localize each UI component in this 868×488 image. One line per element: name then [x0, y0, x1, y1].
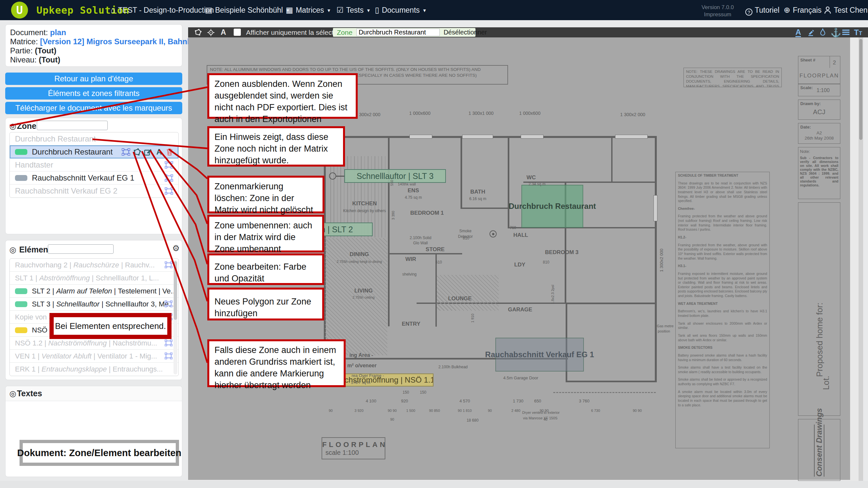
app-window: U Upkeep Solution ⌂TEST - Design-to-Prod…: [0, 0, 868, 488]
sidebar: Document: plan Matrice: [Version 12] Mig…: [0, 20, 188, 488]
text-size-icon[interactable]: TT: [854, 28, 862, 37]
show-selection-label: Afficher uniquement la sélection: [246, 29, 343, 36]
sheet-scale-box: Scale: 1:100: [798, 84, 840, 96]
elements-search-input[interactable]: [48, 244, 114, 254]
elements-panel: ◎ Eléments ⚙ Rauchvorhang 2 | Rauchschür…: [5, 240, 182, 380]
element-color-swatch: [15, 301, 27, 307]
timber-schedule: SCHEDULE OF TIMBER TREATMENTThese drawin…: [675, 172, 770, 448]
sheet-number-box: Sheet # 2 FLOORPLAN: [798, 56, 840, 84]
element-row[interactable]: SLT 1 | Abströmöffnung | Schnelllauftor …: [10, 272, 178, 285]
chevron-down-icon: ▼: [327, 8, 331, 13]
nav-examples[interactable]: ▤Beispiele Schönbühl▼: [205, 0, 290, 20]
element-marker-icon[interactable]: [165, 261, 173, 270]
schedule-paragraph: These drawings are to be read in conjunc…: [678, 181, 767, 203]
element-marker-icon[interactable]: [165, 300, 173, 309]
element-color-swatch: [15, 288, 27, 294]
element-row[interactable]: VEN 1 | Ventilator Abluft | Ventilator 1…: [10, 350, 178, 363]
element-marker-icon[interactable]: [165, 339, 173, 348]
chevron-down-icon: ▼: [366, 8, 371, 13]
droplet-icon[interactable]: [819, 28, 827, 38]
nav-language[interactable]: ⊕Français: [784, 0, 822, 20]
schedule-paragraph: Framing exposed to intermittent moisture…: [678, 272, 767, 298]
zone-marker-icon[interactable]: [165, 174, 173, 183]
zone-polygon-durchbruch[interactable]: Durchbruch Restaurant: [521, 185, 583, 228]
zone-polygon-label: Durchbruch Restaurant: [509, 202, 596, 211]
sheet-date-box: Date: A2 26th May 2008: [798, 123, 840, 144]
element-row[interactable]: SLT 2 | Alarm auf Telefon | Testelement …: [10, 285, 178, 298]
zone-rename-icon[interactable]: A: [155, 148, 163, 157]
globe-icon: ⊕: [784, 5, 790, 14]
schedule-paragraph: Bathroom's, wc's, laundries and kitchen'…: [678, 309, 767, 318]
zone-row[interactable]: Rauchabschnitt Verkauf EG 2: [10, 185, 178, 197]
elements-scrollbar-thumb[interactable]: [174, 261, 177, 320]
element-row[interactable]: SLT 3 | Schnelllauftor | Schnelllauftor …: [10, 298, 178, 311]
bottom-strip: [0, 481, 868, 488]
document-link[interactable]: plan: [50, 28, 66, 37]
sheet-client-box: Proposed home for: Lot.: [798, 202, 840, 416]
deselect-button[interactable]: Désélectionner: [443, 29, 487, 36]
zone-polygon-icon[interactable]: [133, 148, 141, 157]
zone-marker-icon[interactable]: [165, 161, 173, 169]
font-color-icon[interactable]: A: [796, 28, 801, 37]
nav-tutorial[interactable]: ?Tutoriel: [745, 0, 779, 20]
annotation-box-transfer-marking: Falls diese Zone auch in einem anderen G…: [207, 339, 346, 387]
element-badge-nso[interactable]: Nachströmöffnung | NSÖ 1.1: [336, 373, 434, 387]
element-row[interactable]: Rauchvorhang 2 | Rauchschürze | Rauchv..…: [10, 259, 178, 272]
schedule-paragraph: Framing protected from the weather, abov…: [678, 243, 767, 261]
zone-marker-icon[interactable]: [122, 148, 130, 157]
zone-row[interactable]: Rauchabschnitt Verkauf EG 1: [10, 171, 178, 185]
zone-marker-icon[interactable]: [165, 187, 173, 196]
text-tool-icon[interactable]: A: [221, 28, 226, 37]
zones-search-input[interactable]: [37, 121, 108, 130]
back-to-floorplan-button[interactable]: Retour au plan d'étage: [5, 72, 182, 85]
zone-row-selected[interactable]: Durchbruch Restaurant A: [10, 145, 178, 158]
crosshair-icon[interactable]: [207, 29, 215, 38]
sheet-drawnby-box: Drawn by: ACJ: [798, 100, 840, 120]
plan-scrollbar: [859, 37, 863, 481]
nav-matrices[interactable]: ▦Matrices▼: [286, 0, 331, 20]
download-document-button[interactable]: Télécharger le document avec les marqueu…: [5, 102, 182, 114]
chevron-down-icon: ▼: [423, 8, 427, 13]
navbar: U Upkeep Solution ⌂TEST - Design-to-Prod…: [0, 0, 868, 20]
annotation-box-edit-zone: Zone bearbeiten: Farbe und Opazität: [207, 254, 324, 285]
eye-icon[interactable]: ◎: [9, 245, 16, 254]
schedule-paragraph: SMOKE DETECTORS: [678, 346, 767, 350]
nav-home[interactable]: ⌂TEST - Design-to-Production: [111, 0, 214, 20]
sheet-note-box: Note: Sub - Contractors to verify all di…: [798, 147, 840, 199]
gear-icon[interactable]: ⚙: [172, 243, 180, 254]
schedule-paragraph: WET AREA TREATMENT: [678, 301, 767, 306]
zone-name-input[interactable]: [356, 29, 440, 36]
plan-scrollbar-thumb[interactable]: [859, 39, 863, 140]
nav-user[interactable]: Test Chen: [824, 0, 868, 20]
layers-lines-icon[interactable]: [842, 28, 850, 38]
element-row[interactable]: ERK 1 | Entrauchungsklappe | Entrauchung…: [10, 363, 178, 376]
highlighter-icon[interactable]: [807, 28, 815, 38]
anchor-icon[interactable]: ⚓: [831, 28, 841, 38]
show-selection-checkbox[interactable]: [234, 29, 241, 36]
floorplan-title-box: FLOORPLAN scale 1:100: [321, 437, 385, 459]
filter-elements-zones-button[interactable]: Éléments et zones filtrants: [5, 87, 182, 100]
user-icon: [824, 6, 831, 14]
zone-selection-chip: Zone Désélectionner: [333, 28, 475, 37]
annotation-box-add-polygon: Neues Polygon zur Zone hinzufügen: [207, 288, 324, 321]
element-marker-icon[interactable]: [165, 352, 173, 361]
zone-edit-icon[interactable]: [144, 148, 152, 157]
app-logo[interactable]: U: [11, 2, 28, 19]
elements-annotation-note: Bei Elementen entsprechend.: [50, 313, 172, 339]
checkbox-icon: ☑: [337, 5, 344, 14]
zone-row[interactable]: Durchbruch Restaurant: [10, 132, 178, 145]
zone-delete-icon[interactable]: [166, 148, 175, 157]
nav-tests[interactable]: ☑Tests▼: [337, 0, 371, 20]
plan-toolbar: A Afficher uniquement la sélection 123 Z…: [188, 27, 868, 37]
schedule-paragraph: A smoke alarm must be located within 3.0…: [678, 390, 767, 408]
eye-icon[interactable]: ◎: [9, 122, 16, 130]
element-badge-slt3[interactable]: Schnelllauftor | SLT 3: [344, 169, 446, 183]
select-polygon-icon[interactable]: [194, 29, 202, 37]
schedule-paragraph: Chemfree-: [678, 206, 767, 211]
nav-documents[interactable]: ▯Documents▼: [375, 0, 427, 20]
schedule-paragraph: Framing protected from the weather and a…: [678, 214, 767, 232]
zone-polygon-rauchabschnitt[interactable]: Rauchabschnitt Verkauf EG 1: [495, 338, 584, 371]
zone-row[interactable]: Handtaster: [10, 158, 178, 171]
annotation-box-matrix-hint: Ein Hinweis zeigt, dass diese Zone noch …: [207, 126, 345, 167]
eye-icon[interactable]: ◎: [9, 389, 16, 398]
